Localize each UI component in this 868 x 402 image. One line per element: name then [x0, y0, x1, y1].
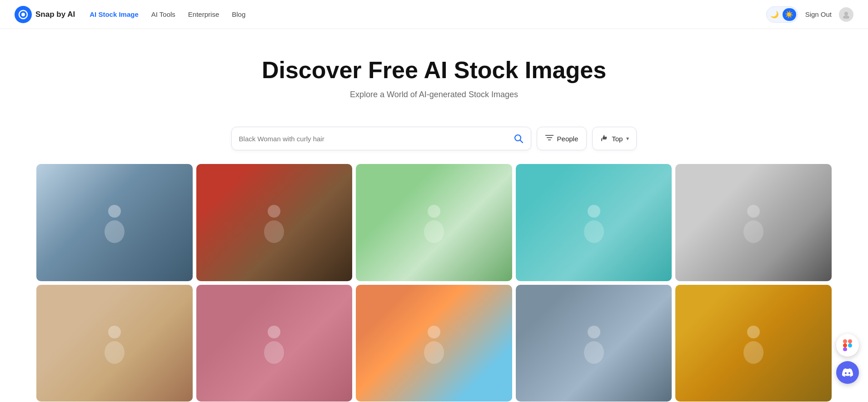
light-mode-button[interactable]: ☀️ [783, 8, 796, 21]
theme-toggle: 🌙 ☀️ [766, 6, 798, 23]
svg-point-18 [743, 220, 763, 243]
svg-point-24 [424, 341, 444, 364]
svg-point-27 [747, 326, 760, 338]
gallery-item-9[interactable] [516, 285, 672, 402]
nav-ai-tools[interactable]: AI Tools [151, 10, 175, 18]
sort-top-button[interactable]: Top ▾ [592, 127, 637, 150]
sort-label: Top [612, 135, 623, 143]
discord-button[interactable] [836, 361, 859, 384]
svg-point-33 [848, 343, 852, 347]
svg-line-5 [520, 140, 523, 143]
svg-point-13 [428, 205, 440, 218]
avatar [839, 7, 853, 22]
floating-buttons [836, 334, 859, 384]
thumbs-up-icon [600, 134, 608, 144]
svg-point-28 [743, 341, 763, 364]
svg-point-19 [108, 326, 121, 338]
svg-point-26 [584, 341, 604, 364]
filter-label: People [557, 135, 579, 143]
svg-point-2 [844, 12, 848, 15]
nav-left: Snap by AI AI Stock Image AI Tools Enter… [15, 6, 245, 23]
logo[interactable]: Snap by AI [15, 6, 75, 23]
gallery-item-10[interactable] [675, 285, 832, 402]
logo-text: Snap by AI [35, 10, 75, 19]
search-button[interactable] [514, 134, 524, 144]
svg-point-14 [424, 220, 444, 243]
svg-point-12 [264, 220, 284, 243]
svg-point-11 [268, 205, 280, 218]
svg-point-17 [747, 205, 760, 218]
gallery-item-7[interactable] [196, 285, 353, 402]
chevron-down-icon: ▾ [626, 135, 629, 142]
sign-out-button[interactable]: Sign Out [805, 10, 832, 18]
nav-ai-stock[interactable]: AI Stock Image [90, 10, 139, 18]
gallery-item-2[interactable] [196, 164, 353, 281]
svg-point-9 [108, 205, 121, 218]
svg-point-1 [21, 13, 25, 16]
filter-icon [545, 134, 554, 143]
svg-point-20 [105, 341, 125, 364]
gallery-item-8[interactable] [356, 285, 512, 402]
svg-point-21 [268, 326, 280, 338]
svg-point-16 [584, 220, 604, 243]
gallery-item-4[interactable] [516, 164, 672, 281]
svg-point-3 [843, 15, 849, 19]
search-bar [231, 127, 531, 150]
navbar: Snap by AI AI Stock Image AI Tools Enter… [0, 0, 868, 29]
search-input[interactable] [239, 135, 514, 143]
search-area: People Top ▾ [0, 118, 868, 164]
gallery-item-6[interactable] [36, 285, 193, 402]
svg-rect-32 [848, 339, 852, 343]
nav-right: 🌙 ☀️ Sign Out [766, 6, 853, 23]
svg-point-25 [588, 326, 600, 338]
figma-button[interactable] [836, 334, 859, 357]
svg-rect-31 [843, 347, 847, 351]
svg-rect-29 [843, 339, 847, 343]
svg-point-15 [588, 205, 600, 218]
gallery-item-5[interactable] [675, 164, 832, 281]
nav-blog[interactable]: Blog [232, 10, 245, 18]
logo-icon [15, 6, 32, 23]
nav-links: AI Stock Image AI Tools Enterprise Blog [90, 10, 245, 18]
svg-rect-30 [843, 343, 847, 347]
hero-subtitle: Explore a World of AI-generated Stock Im… [9, 90, 859, 99]
hero-title: Discover Free AI Stock Images [9, 56, 859, 84]
gallery-item-3[interactable] [356, 164, 512, 281]
gallery-item-1[interactable] [36, 164, 193, 281]
filter-people-button[interactable]: People [537, 127, 587, 150]
hero-section: Discover Free AI Stock Images Explore a … [0, 29, 868, 118]
image-gallery [0, 164, 868, 402]
svg-point-10 [105, 220, 125, 243]
svg-point-23 [428, 326, 440, 338]
svg-point-22 [264, 341, 284, 364]
dark-mode-button[interactable]: 🌙 [768, 8, 782, 21]
nav-enterprise[interactable]: Enterprise [188, 10, 219, 18]
